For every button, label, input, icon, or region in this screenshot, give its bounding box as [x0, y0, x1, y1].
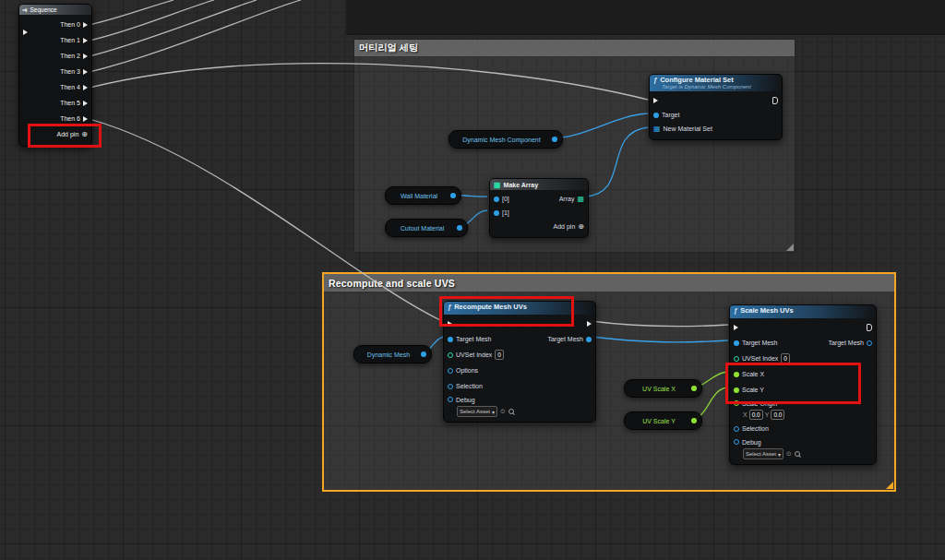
browse-asset-icon[interactable] — [795, 451, 800, 457]
select-asset-dropdown[interactable]: Select Asset ▾ — [457, 406, 497, 417]
comment-resize-handle[interactable] — [886, 482, 893, 489]
var-label: UV Scale Y — [629, 418, 688, 424]
exec-out-pin[interactable] — [83, 85, 88, 90]
exec-out-pin[interactable] — [867, 324, 872, 331]
exec-out-pin[interactable] — [83, 101, 88, 106]
blueprint-canvas[interactable]: { "icons": { "sequence": "⇉", "function"… — [0, 0, 945, 560]
node-configure-material-set[interactable]: ƒ Configure Material Set Target is Dynam… — [649, 74, 783, 140]
comment-recompute-scale-uvs-header[interactable]: Recompute and scale UVS — [324, 274, 894, 292]
node-header[interactable]: ƒ Configure Material Set Target is Dynam… — [650, 75, 782, 91]
selection-pin[interactable] — [734, 426, 739, 432]
var-wall-material[interactable]: Wall Material — [385, 186, 461, 205]
use-selected-asset-icon[interactable]: ⊙ — [500, 408, 506, 415]
exec-out-pin[interactable] — [587, 321, 592, 327]
target-mesh-in-pin[interactable] — [448, 337, 453, 342]
node-title: Sequence — [30, 6, 56, 13]
var-label: Dynamic Mesh — [359, 351, 418, 358]
node-recompute-mesh-uvs[interactable]: ƒ Recompute Mesh UVs Target Mesh Target … — [443, 301, 596, 423]
uvset-index-pin[interactable] — [734, 356, 739, 362]
exec-out-pin[interactable] — [83, 22, 88, 28]
scale-y-pin[interactable] — [734, 387, 739, 393]
scale-x-pin[interactable] — [734, 372, 739, 377]
var-label: UV Scale X — [629, 386, 688, 392]
select-asset-label: Select Asset — [746, 451, 776, 457]
selection-pin[interactable] — [448, 384, 453, 389]
debug-pin[interactable] — [448, 397, 453, 402]
var-cutout-material[interactable]: Cutout Material — [385, 219, 468, 237]
add-pin-button[interactable]: Add pin ⊕ — [19, 126, 91, 142]
exec-in-pin[interactable] — [23, 30, 28, 35]
browse-asset-icon[interactable] — [508, 409, 514, 414]
select-asset-dropdown[interactable]: Select Asset ▾ — [743, 448, 784, 459]
array-element-1-pin[interactable] — [494, 210, 499, 216]
exec-out-pin[interactable] — [83, 116, 88, 122]
use-selected-asset-icon[interactable]: ⊙ — [786, 450, 792, 458]
node-sequence[interactable]: ⇉ Sequence Then 0 Then 1 Then 2 Then 3 T… — [18, 4, 92, 147]
function-icon: ƒ — [734, 306, 737, 315]
object-out-pin[interactable] — [421, 351, 426, 357]
add-pin-button[interactable]: Add pin ⊕ — [490, 220, 588, 233]
pin-label: Options — [456, 367, 478, 374]
origin-y-label: Y — [765, 411, 770, 418]
comment-material-settings-header[interactable]: 머티리얼 세팅 — [354, 40, 795, 56]
uvset-index-input[interactable]: 0 — [495, 350, 504, 360]
options-pin[interactable] — [448, 368, 453, 374]
node-title: Recompute Mesh UVs — [454, 303, 527, 311]
pin-label: Then 2 — [60, 53, 80, 59]
exec-out-pin[interactable] — [772, 97, 778, 104]
exec-out-pin[interactable] — [83, 69, 88, 75]
target-mesh-in-pin[interactable] — [734, 340, 739, 346]
uvset-index-input[interactable]: 0 — [781, 353, 790, 363]
node-header[interactable]: ƒ Scale Mesh UVs — [730, 305, 876, 318]
uvset-index-pin[interactable] — [448, 352, 453, 358]
node-scale-mesh-uvs[interactable]: ƒ Scale Mesh UVs Target Mesh Target Mesh… — [729, 304, 877, 465]
var-dynamic-mesh-component[interactable]: Dynamic Mesh Component — [449, 130, 563, 149]
var-uv-scale-x[interactable]: UV Scale X — [624, 379, 702, 398]
float-out-pin[interactable] — [691, 386, 697, 391]
pin-label: Target Mesh — [547, 336, 583, 342]
new-material-set-pin[interactable]: ▦ — [653, 125, 661, 132]
origin-x-label: X — [743, 411, 748, 418]
target-mesh-out-pin[interactable] — [867, 340, 872, 346]
pin-label: Then 0 — [60, 21, 80, 28]
origin-y-input[interactable]: 0.0 — [771, 410, 784, 420]
debug-pin[interactable] — [734, 439, 739, 445]
object-out-pin[interactable] — [457, 225, 462, 231]
scale-origin-pin[interactable] — [734, 400, 739, 406]
exec-out-pin[interactable] — [83, 54, 88, 59]
var-label: Dynamic Mesh Component — [454, 137, 549, 143]
comment-resize-handle[interactable] — [786, 244, 794, 251]
exec-in-pin[interactable] — [448, 321, 452, 327]
exec-in-pin[interactable] — [653, 98, 658, 103]
pin-label: Then 4 — [60, 84, 80, 90]
exec-in-pin[interactable] — [734, 325, 738, 330]
pin-label: Then 5 — [60, 100, 80, 106]
node-sequence-header[interactable]: ⇉ Sequence — [19, 5, 91, 15]
node-header[interactable]: ▦ Make Array — [490, 179, 588, 190]
pin-label: New Material Set — [664, 125, 712, 132]
pin-label: Then 3 — [60, 68, 80, 75]
origin-x-input[interactable]: 0.0 — [749, 410, 763, 420]
array-out-pin[interactable]: ▦ — [577, 196, 584, 202]
float-out-pin[interactable] — [691, 418, 697, 423]
node-header[interactable]: ƒ Recompute Mesh UVs — [444, 302, 595, 315]
node-title: Scale Mesh UVs — [740, 306, 794, 315]
object-out-pin[interactable] — [450, 193, 456, 198]
add-pin-label: Add pin — [57, 131, 79, 137]
pin-label: [1] — [502, 209, 509, 216]
node-make-array[interactable]: ▦ Make Array [0] Array ▦ [1] Add pin ⊕ — [489, 178, 589, 238]
target-mesh-out-pin[interactable] — [586, 337, 592, 342]
pin-label: [0] — [502, 196, 509, 202]
function-icon: ƒ — [448, 303, 451, 311]
var-uv-scale-y[interactable]: UV Scale Y — [624, 411, 702, 430]
target-pin[interactable] — [653, 113, 659, 118]
comment-recompute-scale-uvs-title: Recompute and scale UVS — [329, 278, 455, 289]
var-dynamic-mesh[interactable]: Dynamic Mesh — [353, 345, 432, 363]
exec-out-pin[interactable] — [83, 38, 88, 43]
array-element-0-pin[interactable] — [494, 197, 499, 202]
pin-label: Debug — [742, 439, 761, 446]
var-label: Wall Material — [390, 193, 448, 199]
select-asset-label: Select Asset — [460, 409, 490, 414]
object-out-pin[interactable] — [552, 137, 557, 142]
add-pin-icon: ⊕ — [81, 131, 88, 138]
